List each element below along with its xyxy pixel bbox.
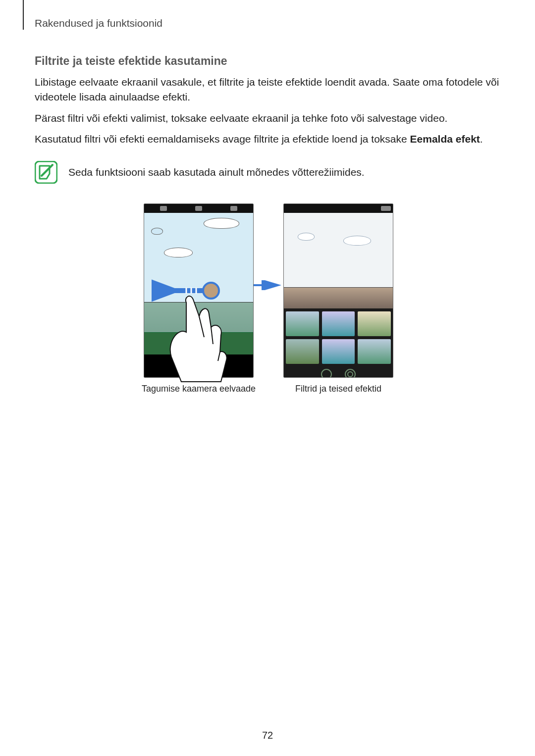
figure-left: Tagumise kaamera eelvaade [142, 203, 256, 394]
filter-sky [284, 213, 393, 287]
figure-left-caption: Tagumise kaamera eelvaade [142, 384, 256, 394]
paragraph-3: Kasutatud filtri või efekti eemaldamisek… [35, 132, 500, 147]
double-ring-icon [345, 369, 356, 378]
screen-camera-preview [144, 203, 254, 378]
figures-row: Tagumise kaamera eelvaade [35, 203, 500, 394]
filter-buildings [284, 287, 393, 308]
content-block: Filtrite ja teiste efektide kasutamine L… [35, 54, 500, 394]
record-button-icon [191, 358, 207, 374]
screen-filter-list [283, 203, 393, 378]
paragraph-3-bold: Eemalda efekt [410, 133, 480, 145]
filter-thumbnail [322, 311, 355, 336]
filter-topbar [284, 204, 393, 213]
page-number: 72 [0, 730, 535, 741]
filter-thumbnail [286, 339, 319, 364]
topbar-icon [195, 206, 202, 211]
filter-thumbnail [358, 311, 391, 336]
note-icon [35, 161, 57, 184]
paragraph-1: Libistage eelvaate ekraanil vasakule, et… [35, 75, 500, 105]
note-row: Seda funktsiooni saab kasutada ainult mõ… [35, 161, 500, 184]
filter-thumbnail [286, 311, 319, 336]
preview-sky [144, 213, 253, 302]
figure-right-caption: Filtrid ja teised efektid [295, 384, 381, 394]
cloud-graphic [204, 218, 239, 229]
running-header: Rakendused ja funktsioonid [35, 17, 162, 29]
camera-topbar [144, 204, 253, 213]
cloud-graphic [298, 233, 315, 241]
filter-thumbnail [358, 339, 391, 364]
cloud-graphic [164, 248, 193, 257]
cloud-graphic [151, 228, 163, 235]
filter-mode-icons [286, 369, 391, 378]
topbar-icon [230, 206, 237, 211]
note-text: Seda funktsiooni saab kasutada ainult mõ… [68, 161, 365, 180]
filter-thumb-row [286, 339, 391, 364]
transition-arrow-icon [253, 280, 282, 290]
paragraph-2: Pärast filtri või efekti valimist, toksa… [35, 111, 500, 126]
cloud-graphic [343, 236, 371, 246]
paragraph-3-pre: Kasutatud filtri või efekti eemaldamisek… [35, 133, 410, 145]
section-heading: Filtrite ja teiste efektide kasutamine [35, 54, 500, 68]
paragraph-3-post: . [480, 133, 483, 145]
filter-thumb-row [286, 311, 391, 336]
topbar-icon [160, 206, 167, 211]
ring-icon [321, 369, 332, 378]
filter-thumbnails [284, 308, 393, 378]
preview-bushes [144, 332, 253, 355]
header-rule [23, 0, 24, 30]
figure-right: Filtrid ja teised efektid [283, 203, 393, 394]
filter-thumbnail [322, 339, 355, 364]
topbar-icon [381, 206, 391, 211]
manual-page: Rakendused ja funktsioonid Filtrite ja t… [0, 0, 535, 756]
camera-bottombar [144, 354, 253, 377]
preview-buildings [144, 302, 253, 332]
